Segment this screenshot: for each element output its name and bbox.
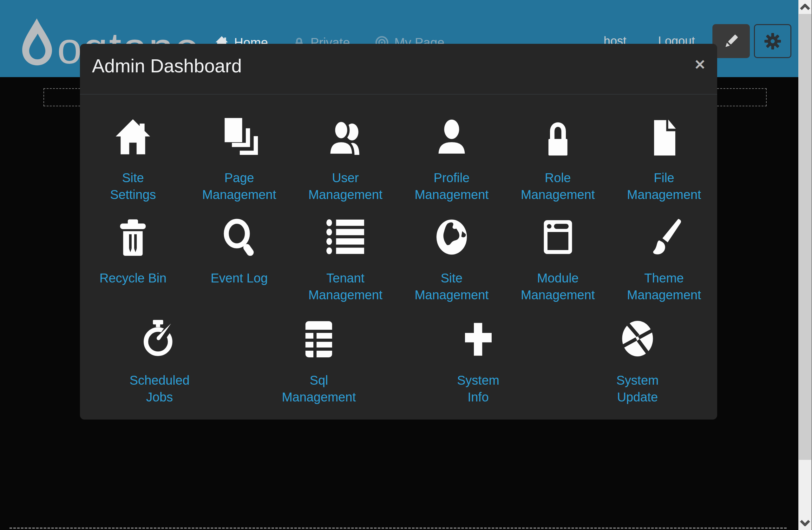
tile-label-line: Management	[415, 287, 489, 303]
admin-tile-system-info[interactable]: SystemInfo	[399, 319, 558, 405]
tile-label-line: Settings	[110, 186, 156, 203]
timer-icon	[140, 319, 179, 358]
people-icon	[326, 117, 365, 156]
home-icon	[113, 117, 153, 156]
tile-label: PageManagement	[202, 170, 276, 203]
tile-label-line: Management	[521, 287, 595, 303]
tile-label-line: Update	[616, 389, 658, 405]
scroll-up-button[interactable]	[799, 0, 811, 14]
admin-tile-event-log[interactable]: Event Log	[186, 217, 292, 303]
admin-tile-user-management[interactable]: UserManagement	[292, 117, 399, 203]
window-icon	[543, 217, 573, 256]
file-icon	[648, 117, 680, 156]
bottom-pane-placeholder	[10, 528, 787, 530]
tile-label-line: Tenant	[308, 270, 382, 287]
admin-tile-system-update[interactable]: SystemUpdate	[558, 319, 717, 405]
tile-label-line: System	[457, 372, 499, 389]
brush-icon	[646, 217, 683, 256]
settings-button[interactable]	[754, 24, 792, 58]
admin-tile-tenant-management[interactable]: TenantManagement	[292, 217, 399, 303]
globe-icon	[435, 217, 468, 256]
tile-label: ScheduledJobs	[130, 372, 190, 405]
trash-icon	[116, 217, 149, 256]
table-icon	[304, 319, 334, 358]
admin-dashboard-modal: Admin Dashboard ✕ SiteSettings PageManag…	[80, 44, 717, 419]
tile-label-line: Sql	[282, 372, 356, 389]
tile-label-line: Management	[415, 186, 489, 203]
admin-tile-sql-management[interactable]: SqlManagement	[239, 319, 398, 405]
tile-label-line: Management	[282, 389, 356, 405]
tile-label: TenantManagement	[308, 270, 382, 303]
tile-label: Recycle Bin	[100, 270, 166, 287]
tile-label-line: Info	[457, 389, 499, 405]
tile-label-line: Theme	[627, 270, 701, 287]
tile-label-line: Profile	[415, 170, 489, 186]
tile-label-line: Role	[521, 170, 595, 186]
admin-tile-site-settings[interactable]: SiteSettings	[80, 117, 186, 203]
tile-label-line: Scheduled	[130, 372, 190, 389]
admin-tile-role-management[interactable]: RoleManagement	[505, 117, 611, 203]
tile-label-line: File	[627, 170, 701, 186]
tile-row: ScheduledJobs SqlManagementSystemInfo Sy…	[80, 319, 717, 405]
tile-label: SiteSettings	[110, 170, 156, 203]
vertical-scrollbar	[798, 0, 812, 530]
tile-label-line: Management	[627, 186, 701, 203]
chevron-down-icon	[800, 520, 810, 526]
tile-label-line: Management	[308, 186, 382, 203]
aperture-icon	[620, 319, 655, 358]
layers-icon	[220, 117, 259, 156]
admin-tile-recycle-bin[interactable]: Recycle Bin	[80, 217, 186, 303]
modal-title: Admin Dashboard	[92, 55, 242, 77]
admin-tile-page-management[interactable]: PageManagement	[186, 117, 292, 203]
tile-label: ThemeManagement	[627, 270, 701, 303]
tile-label: RoleManagement	[521, 170, 595, 203]
tile-label: Event Log	[211, 270, 268, 287]
admin-tile-scheduled-jobs[interactable]: ScheduledJobs	[80, 319, 239, 405]
tile-label-line: System	[616, 372, 658, 389]
tile-label-line: Site	[110, 170, 156, 186]
modal-header: Admin Dashboard ✕	[80, 44, 717, 95]
tile-row: SiteSettings PageManagement UserManageme…	[80, 117, 717, 203]
tile-label-line: User	[308, 170, 382, 186]
tile-row: Recycle Bin Event Log TenantManagement S…	[80, 217, 717, 303]
edit-page-button[interactable]	[712, 24, 750, 58]
magnifier-icon	[220, 217, 258, 256]
tile-label: ProfileManagement	[415, 170, 489, 203]
tile-label-line: Management	[308, 287, 382, 303]
tile-label-line: Management	[627, 287, 701, 303]
tile-label: SystemInfo	[457, 372, 499, 405]
tile-label: FileManagement	[627, 170, 701, 203]
tile-label: SiteManagement	[415, 270, 489, 303]
pencil-icon	[721, 31, 741, 51]
tile-label-line: Management	[202, 186, 276, 203]
tile-label: SqlManagement	[282, 372, 356, 405]
admin-tile-theme-management[interactable]: ThemeManagement	[611, 217, 717, 303]
scroll-down-button[interactable]	[799, 516, 811, 530]
admin-tile-site-management[interactable]: SiteManagement	[398, 217, 505, 303]
tile-label-line: Module	[521, 270, 595, 287]
tile-label-line: Site	[415, 270, 489, 287]
close-icon[interactable]: ✕	[694, 58, 706, 72]
tile-label-line: Page	[202, 170, 276, 186]
plus-icon	[461, 319, 496, 358]
admin-tile-profile-management[interactable]: ProfileManagement	[398, 117, 505, 203]
tile-label: UserManagement	[308, 170, 382, 203]
tile-label-line: Management	[521, 186, 595, 203]
scrollbar-thumb[interactable]	[799, 14, 811, 460]
chevron-up-icon	[800, 4, 810, 10]
tile-label: SystemUpdate	[616, 372, 658, 405]
gear-icon	[763, 31, 783, 52]
water-drop-icon	[22, 18, 52, 66]
dashboard-grid: SiteSettings PageManagement UserManageme…	[80, 95, 717, 405]
admin-tile-file-management[interactable]: FileManagement	[611, 117, 717, 203]
lock-icon	[543, 117, 573, 156]
person-icon	[434, 117, 469, 156]
list-icon	[325, 217, 365, 256]
tile-label-line: Recycle Bin	[100, 270, 166, 287]
tile-label-line: Event Log	[211, 270, 268, 287]
admin-tile-module-management[interactable]: ModuleManagement	[505, 217, 611, 303]
tile-label-line: Jobs	[130, 389, 190, 405]
tile-label: ModuleManagement	[521, 270, 595, 303]
